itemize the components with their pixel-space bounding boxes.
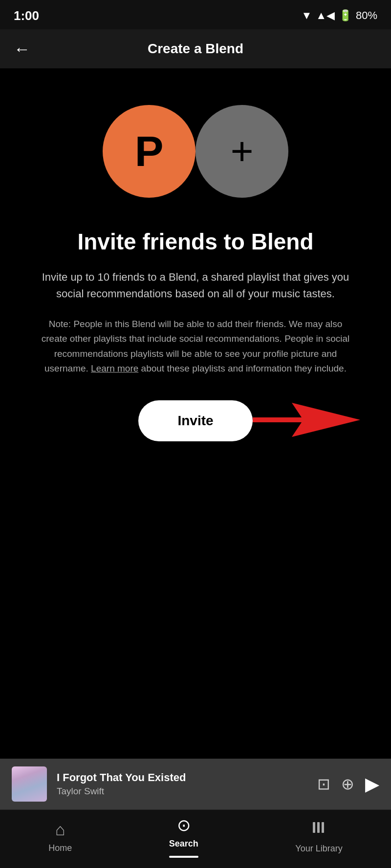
nav-item-library[interactable]: Your Library xyxy=(295,819,342,854)
track-info: I Forgot That You Existed Taylor Swift xyxy=(57,771,307,797)
home-icon: ⌂ xyxy=(55,820,65,839)
invite-button[interactable]: Invite xyxy=(138,400,252,441)
bottom-nav: ⌂ Home ⊙ Search Your Library xyxy=(0,809,391,868)
player-controls: ⊡ ⊕ ▶ xyxy=(317,773,379,795)
signal-icon: ▲◀ xyxy=(316,9,335,22)
svg-rect-3 xyxy=(322,822,324,833)
now-playing-bar: I Forgot That You Existed Taylor Swift ⊡… xyxy=(0,759,391,809)
nav-bar: ← Create a Blend xyxy=(0,29,391,68)
invite-button-container: Invite xyxy=(138,400,252,441)
wifi-icon: ▼ xyxy=(301,9,312,22)
album-art-image xyxy=(12,766,47,802)
back-button[interactable]: ← xyxy=(14,41,30,57)
play-button[interactable]: ▶ xyxy=(365,773,379,795)
status-time: 1:00 xyxy=(14,8,39,23)
friend-avatar-placeholder: + xyxy=(196,105,288,198)
svg-rect-1 xyxy=(313,822,315,833)
active-indicator xyxy=(169,856,198,858)
user-avatar: P xyxy=(103,105,196,198)
invite-headline: Invite friends to Blend xyxy=(77,229,313,254)
home-label: Home xyxy=(48,843,72,853)
plus-icon: + xyxy=(231,129,254,174)
arrow-indicator xyxy=(253,400,360,441)
status-icons: ▼ ▲◀ 🔋 80% xyxy=(301,9,377,22)
nav-item-home[interactable]: ⌂ Home xyxy=(48,820,72,853)
battery-icon: 🔋 xyxy=(339,9,352,22)
avatar-letter: P xyxy=(135,126,164,176)
nav-item-search[interactable]: ⊙ Search xyxy=(169,815,198,858)
avatar-container: P + xyxy=(103,98,288,205)
note-text-end: about these playlists and information th… xyxy=(141,363,347,373)
main-content: P + Invite friends to Blend Invite up to… xyxy=(0,68,391,741)
svg-rect-2 xyxy=(317,822,320,833)
search-label: Search xyxy=(169,839,198,849)
page-title: Create a Blend xyxy=(148,41,243,57)
album-art xyxy=(12,766,47,802)
invite-note: Note: People in this Blend will be able … xyxy=(39,317,352,376)
battery-percent: 80% xyxy=(356,9,377,22)
search-icon: ⊙ xyxy=(177,815,191,835)
status-bar: 1:00 ▼ ▲◀ 🔋 80% xyxy=(0,0,391,29)
pointing-arrow xyxy=(253,400,360,439)
library-icon xyxy=(311,819,327,840)
add-to-queue-icon[interactable]: ⊕ xyxy=(341,775,354,793)
track-name: I Forgot That You Existed xyxy=(57,771,307,784)
library-label: Your Library xyxy=(295,844,342,854)
svg-marker-0 xyxy=(253,403,360,437)
learn-more-link[interactable]: Learn more xyxy=(91,363,138,373)
track-artist: Taylor Swift xyxy=(57,786,307,797)
connect-icon[interactable]: ⊡ xyxy=(317,775,330,793)
invite-subtext: Invite up to 10 friends to a Blend, a sh… xyxy=(39,269,352,302)
